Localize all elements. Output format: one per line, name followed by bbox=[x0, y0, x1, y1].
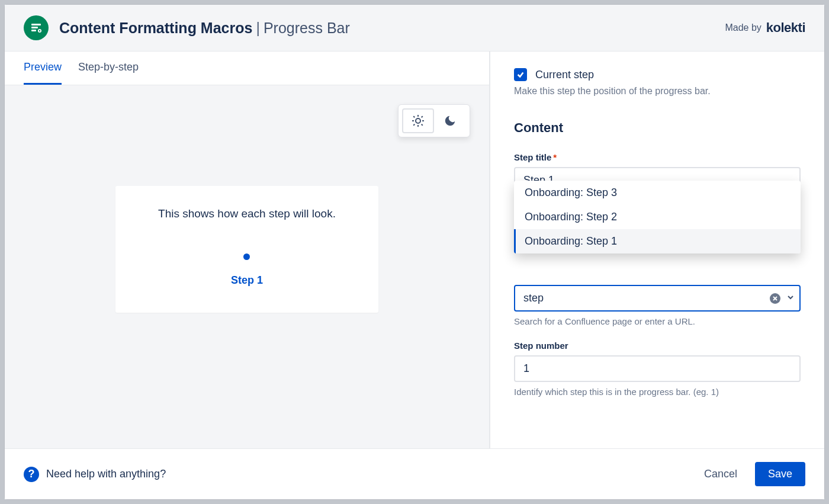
help-text: Need help with anything? bbox=[46, 468, 166, 480]
preview-card: This shows how each step will look. Step… bbox=[115, 186, 378, 313]
svg-line-9 bbox=[422, 124, 423, 126]
modal-body: Preview Step-by-step This shows how each… bbox=[5, 52, 824, 448]
sun-icon bbox=[411, 114, 425, 128]
title-separator: | bbox=[256, 20, 260, 36]
dropdown-toggle[interactable] bbox=[786, 293, 795, 304]
close-icon bbox=[772, 296, 778, 301]
content-heading: Content bbox=[514, 120, 801, 136]
current-step-label: Current step bbox=[535, 69, 594, 81]
svg-line-8 bbox=[413, 116, 415, 117]
step-dot bbox=[243, 253, 250, 260]
help-icon: ? bbox=[24, 467, 39, 482]
app-name: Content Formatting Macros bbox=[59, 20, 252, 36]
brand-logo: kolekti bbox=[766, 20, 805, 36]
modal-header: Content Formatting Macros|Progress Bar M… bbox=[5, 5, 824, 52]
step-title-field: Step title* Onboarding: Step 3 Onboardin… bbox=[514, 152, 801, 194]
cancel-button[interactable]: Cancel bbox=[697, 462, 744, 486]
destination-input[interactable] bbox=[514, 285, 801, 312]
step-title-dropdown: Onboarding: Step 3 Onboarding: Step 2 On… bbox=[514, 181, 801, 253]
page-name: Progress Bar bbox=[264, 20, 350, 36]
dropdown-option[interactable]: Onboarding: Step 1 bbox=[514, 229, 801, 253]
light-mode-button[interactable] bbox=[402, 108, 434, 133]
required-asterisk: * bbox=[553, 152, 557, 162]
made-by: Made by kolekti bbox=[725, 20, 805, 36]
svg-point-5 bbox=[416, 118, 420, 123]
step-number-label: Step number bbox=[514, 341, 801, 351]
dropdown-option[interactable]: Onboarding: Step 2 bbox=[514, 205, 801, 229]
check-icon bbox=[516, 70, 525, 79]
svg-rect-0 bbox=[31, 24, 41, 25]
svg-point-4 bbox=[39, 30, 40, 31]
step-number-field: Step number Identify which step this is … bbox=[514, 341, 801, 397]
dropdown-option[interactable]: Onboarding: Step 3 bbox=[514, 181, 801, 205]
preview-step-label: Step 1 bbox=[158, 274, 336, 287]
current-step-help: Make this step the position of the progr… bbox=[514, 86, 801, 97]
clear-button[interactable] bbox=[770, 293, 780, 304]
chevron-down-icon bbox=[786, 293, 795, 301]
combo-controls bbox=[770, 293, 795, 304]
tabs: Preview Step-by-step bbox=[5, 52, 489, 85]
svg-rect-1 bbox=[31, 27, 38, 28]
current-step-row: Current step bbox=[514, 68, 801, 81]
svg-line-12 bbox=[413, 124, 415, 126]
step-title-label: Step title* bbox=[514, 152, 801, 162]
preview-description: This shows how each step will look. bbox=[158, 207, 336, 220]
svg-line-13 bbox=[422, 116, 423, 117]
save-button[interactable]: Save bbox=[755, 462, 805, 486]
footer-actions: Cancel Save bbox=[697, 462, 805, 486]
right-panel: Current step Make this step the position… bbox=[490, 52, 824, 448]
modal-footer: ? Need help with anything? Cancel Save bbox=[5, 448, 824, 499]
step-number-help: Identify which step this is in the progr… bbox=[514, 387, 801, 397]
app-icon bbox=[24, 15, 49, 40]
destination-field bbox=[514, 285, 801, 312]
made-by-label: Made by bbox=[725, 23, 761, 33]
step-title-label-text: Step title bbox=[514, 152, 551, 162]
current-step-checkbox[interactable] bbox=[514, 68, 527, 81]
moon-icon bbox=[444, 114, 457, 127]
help-link[interactable]: ? Need help with anything? bbox=[24, 467, 166, 482]
left-panel: Preview Step-by-step This shows how each… bbox=[5, 52, 490, 448]
macro-editor-modal: Content Formatting Macros|Progress Bar M… bbox=[5, 5, 824, 499]
dark-mode-button[interactable] bbox=[434, 108, 466, 133]
tab-preview[interactable]: Preview bbox=[24, 52, 62, 85]
modal-title: Content Formatting Macros|Progress Bar bbox=[59, 20, 350, 37]
theme-toggle bbox=[398, 104, 470, 137]
svg-rect-2 bbox=[31, 30, 36, 31]
destination-help: Search for a Confluence page or enter a … bbox=[514, 316, 801, 326]
preview-area: This shows how each step will look. Step… bbox=[5, 85, 489, 448]
tab-step-by-step[interactable]: Step-by-step bbox=[78, 52, 139, 85]
step-number-input[interactable] bbox=[514, 355, 801, 382]
